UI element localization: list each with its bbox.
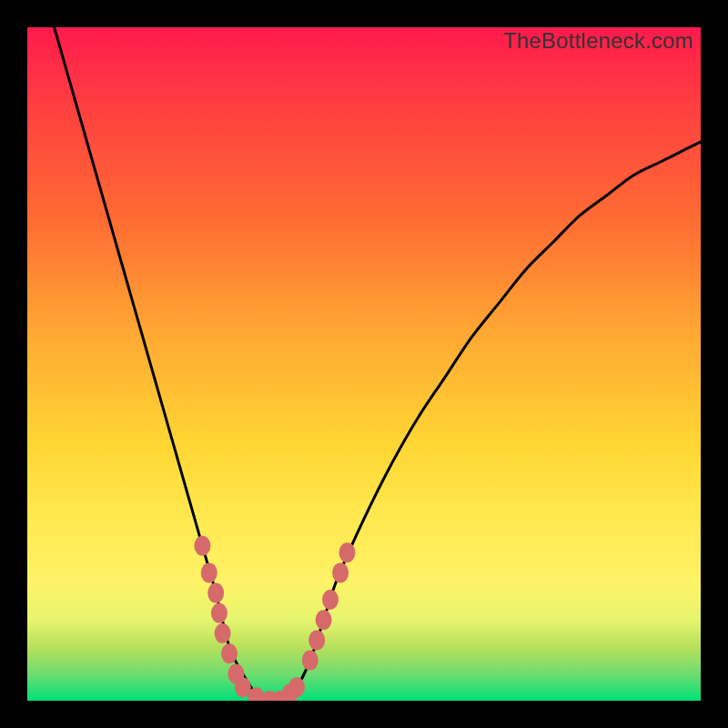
data-markers [194, 536, 355, 701]
chart-frame: TheBottleneck.com [0, 0, 728, 728]
data-marker [207, 583, 224, 603]
data-marker [308, 630, 325, 650]
data-marker [215, 623, 231, 643]
chart-overlay-svg [27, 27, 701, 701]
data-marker [194, 536, 210, 556]
data-marker [302, 651, 318, 671]
data-marker [339, 542, 356, 562]
bottleneck-curve [55, 27, 701, 701]
data-marker [288, 677, 305, 697]
data-marker [316, 610, 332, 630]
data-marker [322, 590, 339, 610]
data-marker [332, 562, 349, 582]
plot-area: TheBottleneck.com [27, 27, 701, 701]
data-marker [221, 643, 238, 663]
data-marker [211, 603, 228, 623]
data-marker [201, 562, 217, 582]
